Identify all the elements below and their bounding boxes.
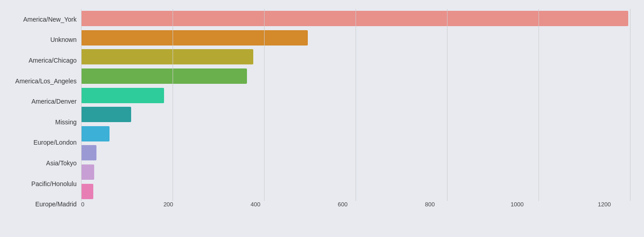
y-label: Missing <box>5 119 77 125</box>
bar-row <box>81 68 630 84</box>
y-label: Pacific/Honolulu <box>5 181 77 187</box>
x-tick: 0 <box>81 201 84 208</box>
bar-row <box>81 183 630 200</box>
bar-row <box>81 164 630 180</box>
bar <box>81 11 628 26</box>
bar <box>81 68 247 84</box>
bar <box>81 49 253 64</box>
bars-wrapper <box>81 9 630 214</box>
bar-row <box>81 145 630 161</box>
x-tick: 1000 <box>511 201 524 208</box>
bar-row <box>81 106 630 123</box>
y-label: Asia/Tokyo <box>5 160 77 166</box>
y-label: Europe/Madrid <box>5 201 77 207</box>
bar <box>81 126 110 141</box>
bar-row <box>81 87 630 104</box>
bar <box>81 30 308 46</box>
bar <box>81 88 164 103</box>
x-tick: 800 <box>425 201 435 208</box>
y-label: Europe/London <box>5 139 77 146</box>
x-tick: 600 <box>338 201 348 208</box>
bars-and-grid: 020040060080010001200 <box>81 9 630 214</box>
chart-area: America/New_YorkUnknownAmerica/ChicagoAm… <box>5 9 630 214</box>
y-label: America/Denver <box>5 98 77 105</box>
y-axis-labels: America/New_YorkUnknownAmerica/ChicagoAm… <box>5 9 81 214</box>
bar-row <box>81 10 630 27</box>
x-tick: 1200 <box>598 201 611 208</box>
bar-row <box>81 30 630 46</box>
x-axis: 020040060080010001200 <box>81 201 630 214</box>
bar <box>81 145 96 160</box>
bar <box>81 184 93 199</box>
chart-container: America/New_YorkUnknownAmerica/ChicagoAm… <box>0 0 644 237</box>
x-tick: 200 <box>164 201 174 208</box>
x-tick: 400 <box>251 201 260 208</box>
bar-row <box>81 49 630 65</box>
y-label: America/Los_Angeles <box>5 78 77 84</box>
y-label: Unknown <box>5 36 77 43</box>
bar <box>81 164 94 180</box>
y-label: America/Chicago <box>5 57 77 64</box>
y-label: America/New_York <box>5 16 77 23</box>
bar-row <box>81 126 630 142</box>
bar <box>81 107 131 122</box>
